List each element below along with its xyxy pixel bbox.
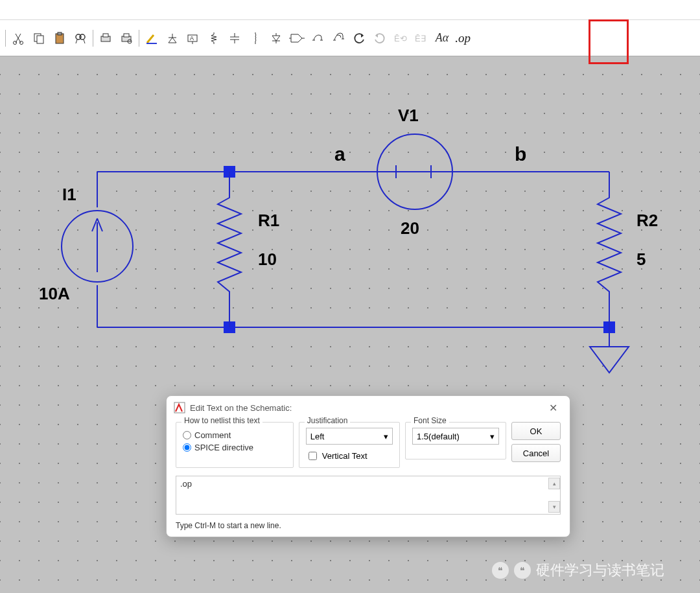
dialog-title: Edit Text on the Schematic: [190, 403, 292, 413]
svg-point-0 [14, 41, 17, 44]
toolbar-sep [93, 30, 93, 47]
wechat-icon: ❝ [514, 562, 531, 579]
directive-textarea[interactable]: .op ▴▾ [176, 476, 561, 515]
find-icon[interactable] [71, 29, 90, 48]
i1-value-label[interactable]: 10A [39, 284, 70, 304]
radio-comment[interactable]: Comment [183, 430, 286, 440]
net-a-label[interactable]: a [334, 143, 345, 165]
spice-dir-icon[interactable]: .op [453, 29, 472, 48]
edit-text-dialog: Edit Text on the Schematic: ✕ How to net… [166, 395, 570, 537]
copy-icon[interactable] [29, 29, 49, 48]
draw-wire-icon[interactable] [142, 29, 161, 48]
move-icon[interactable] [308, 29, 327, 48]
r2-value-label[interactable]: 5 [636, 250, 646, 270]
svg-rect-5 [58, 32, 62, 35]
r2-name-label[interactable]: R2 [636, 211, 658, 231]
ground-icon[interactable] [163, 29, 182, 48]
netlist-group-label: How to netlist this text [181, 416, 262, 425]
close-icon[interactable]: ✕ [542, 399, 563, 417]
justification-group-label: Justification [305, 416, 351, 425]
print-icon[interactable] [96, 29, 115, 48]
net-b-label[interactable]: b [515, 143, 526, 165]
diode-icon[interactable] [266, 29, 286, 48]
cut-icon[interactable] [8, 29, 28, 48]
scroll-up-icon[interactable]: ▴ [548, 478, 560, 489]
justification-group: Justification Left▾ Vertical Text [299, 422, 400, 468]
svg-point-1 [20, 41, 23, 44]
textarea-scrollbar[interactable]: ▴▾ [548, 478, 559, 513]
scroll-down-icon[interactable]: ▾ [548, 501, 560, 513]
radio-directive[interactable]: SPICE directive [183, 443, 286, 452]
fontsize-group: Font Size 1.5(default)▾ [405, 422, 506, 459]
v1-value-label[interactable]: 20 [401, 218, 419, 238]
svg-rect-3 [37, 36, 43, 43]
capacitor-icon[interactable] [225, 29, 244, 48]
chevron-down-icon: ▾ [490, 432, 495, 441]
wechat-icon: ❝ [492, 562, 509, 579]
drag-icon[interactable] [329, 29, 348, 48]
justification-combo[interactable]: Left▾ [306, 428, 393, 445]
chevron-down-icon: ▾ [384, 432, 388, 441]
svg-text:Ē⟲: Ē⟲ [394, 34, 407, 43]
textarea-content: .op [180, 479, 192, 489]
undo-icon[interactable] [349, 29, 369, 48]
vertical-text-checkbox[interactable]: Vertical Text [306, 450, 393, 462]
paste-icon[interactable] [50, 29, 69, 48]
inductor-icon[interactable] [246, 29, 265, 48]
i1-name-label[interactable]: I1 [62, 185, 76, 205]
rotate-icon[interactable]: Ē⟲ [391, 29, 410, 48]
label-net-icon[interactable]: A [183, 29, 203, 48]
watermark: ❝ ❝ 硬件学习与读书笔记 [492, 561, 664, 580]
ltspice-app-icon [173, 401, 186, 414]
main-toolbar: A Ē⟲ Ē∃ Aα .op [0, 19, 700, 56]
netlist-group: How to netlist this text Comment SPICE d… [176, 422, 294, 468]
v1-name-label[interactable]: V1 [398, 106, 419, 126]
svg-point-7 [80, 34, 85, 40]
toolbar-sep [5, 30, 6, 47]
svg-text:A: A [190, 35, 194, 41]
fontsize-combo[interactable]: 1.5(default)▾ [412, 428, 499, 445]
text-icon[interactable]: Aα [432, 29, 452, 48]
svg-rect-11 [124, 34, 129, 37]
toolbar-sep [139, 30, 139, 47]
component-icon[interactable] [287, 29, 307, 48]
svg-rect-9 [103, 34, 108, 37]
cancel-button[interactable]: Cancel [511, 444, 561, 462]
ok-button[interactable]: OK [511, 422, 561, 440]
redo-icon[interactable] [370, 29, 390, 48]
print-setup-icon[interactable] [117, 29, 136, 48]
fontsize-group-label: Font Size [411, 416, 449, 425]
svg-text:Ē∃: Ē∃ [415, 34, 426, 43]
mirror-icon[interactable]: Ē∃ [412, 29, 431, 48]
r1-value-label[interactable]: 10 [258, 250, 277, 270]
r1-name-label[interactable]: R1 [258, 211, 279, 231]
dialog-hint: Type Ctrl-M to start a new line. [167, 517, 570, 537]
resistor-icon[interactable] [204, 29, 224, 48]
